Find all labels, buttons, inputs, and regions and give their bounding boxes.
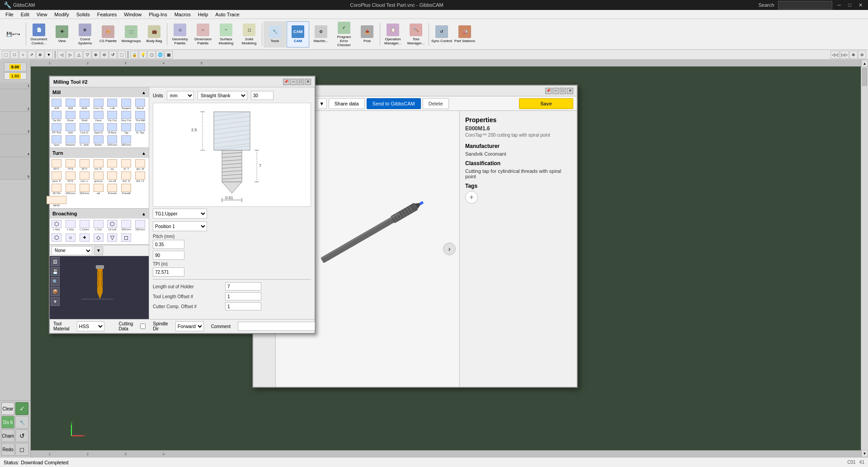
turn-pentp[interactable]: pent. P [51, 171, 62, 183]
brch-3dform[interactable]: 3DForm [134, 219, 146, 231]
turn-rectl[interactable]: rect. L [79, 171, 90, 183]
toolbar-btn-quickaccess[interactable]: 💾 ↩ ↪ [2, 21, 24, 48]
tool-spotd[interactable]: Spot D [93, 123, 104, 134]
sub-btn-19[interactable]: ▦ [165, 51, 173, 59]
tool-bEM[interactable]: bEM [79, 98, 90, 110]
toolbar-cs-palette[interactable]: 🎨 CS Palette [97, 21, 119, 48]
preview-icon-1[interactable]: 🖼 [51, 257, 60, 266]
pitch-input[interactable]: 0.35 [153, 240, 184, 249]
dropdown-arrow-btn[interactable]: ▼ [94, 246, 103, 255]
toolbar-sync[interactable]: ↺ Sync Control [430, 21, 453, 48]
tool-shell[interactable]: Shell [79, 110, 90, 122]
dialog-close-btn[interactable]: ✕ [305, 79, 311, 85]
turn-80c[interactable]: 80°C [51, 159, 62, 171]
icon-button-2[interactable]: ↺ [15, 429, 28, 442]
sub-btn-7[interactable]: ◁ [57, 51, 66, 59]
toolbar-view[interactable]: 👁 View [51, 21, 73, 48]
tool-reamer[interactable]: Reamer [65, 135, 76, 147]
tool-flycut[interactable]: Fly Cut [106, 110, 118, 122]
tool-bbore[interactable]: B Bore [106, 123, 118, 134]
shank-value-input[interactable]: 30 [251, 91, 274, 100]
search-input[interactable] [778, 1, 832, 10]
turn-cutoff[interactable]: cut off [106, 171, 118, 183]
coro-maximize-btn[interactable]: □ [560, 88, 566, 94]
sub-btn-10[interactable]: ▽ [83, 51, 91, 59]
turn-thdlt[interactable]: thd. LT [134, 171, 146, 183]
brch-circ[interactable]: ○ [65, 232, 76, 243]
toolbar-tool-manager[interactable]: 🔨 Tool Manager... [405, 21, 427, 48]
length-holder-input[interactable]: 7 [225, 282, 261, 291]
toolbar-operation-manager[interactable]: 📋 Operation Manager... [382, 21, 404, 48]
menu-help[interactable]: Help [194, 11, 212, 18]
menu-modify[interactable]: Modify [51, 11, 72, 18]
preview-icon-2[interactable]: 💾 [51, 267, 60, 276]
toolbar-workgroups[interactable]: ⬚ Workgroups [120, 21, 142, 48]
brch-lcon[interactable]: L.Con [93, 219, 104, 231]
sub-btn-5[interactable]: ⊕ [36, 51, 44, 59]
toolbar-dimension[interactable]: ↔ Dimension Palette [192, 21, 214, 48]
menu-view[interactable]: View [33, 11, 51, 18]
position-select[interactable]: Position 1 [153, 221, 207, 231]
save-button[interactable]: Save [519, 98, 573, 109]
tool-lolli[interactable]: Lolli [106, 98, 118, 110]
dialog-maximize-btn[interactable]: □ [297, 79, 304, 85]
turn-sq[interactable]: sq. [106, 159, 118, 171]
turn-util[interactable]: util [93, 183, 104, 195]
sub-btn-11[interactable]: ⊕ [92, 51, 100, 59]
menu-plugins[interactable]: Plug-Ins [145, 11, 170, 18]
tool-dove[interactable]: Dove [65, 110, 76, 122]
menu-macros[interactable]: Macros [171, 11, 194, 18]
tool-tangent[interactable]: Tangent [120, 98, 132, 110]
menu-features[interactable]: Features [94, 11, 120, 18]
brch-2dform[interactable]: 2DForm [120, 219, 132, 231]
none-dropdown[interactable]: None [52, 246, 92, 255]
cutting-data-checkbox[interactable] [140, 324, 146, 329]
scrollbar-thumb[interactable] [862, 68, 867, 86]
turn-bit[interactable]: bi. T [120, 159, 132, 171]
tool-csink[interactable]: C. Sink [79, 135, 90, 147]
toolbar-cam[interactable]: CAM CAM [287, 21, 309, 48]
coro-minimize-btn[interactable]: ─ [552, 88, 559, 94]
toolbar-surface[interactable]: ⌢ Surface Modeling [215, 21, 237, 48]
sub-btn-3[interactable]: ○ [19, 51, 27, 59]
coro-next-arrow[interactable]: › [443, 243, 456, 255]
menu-solids[interactable]: Solids [73, 11, 94, 18]
icon-button-1[interactable]: 🔧 [15, 416, 28, 429]
brch-lkey[interactable]: L.Key [65, 219, 76, 231]
sub-btn-1[interactable]: ⬚ [2, 51, 10, 59]
toolbar-coord-systems[interactable]: ⊕ Coord Systems [74, 21, 96, 48]
tool-keycut[interactable]: Key Cut [120, 110, 132, 122]
brch-diam[interactable]: ◇ [93, 232, 104, 243]
toolbar-document-control[interactable]: 📄 Document Control... [28, 21, 50, 48]
doit-button[interactable]: Do It [1, 416, 14, 429]
units-select[interactable]: mm in [167, 91, 194, 100]
sub-btn-right-2[interactable]: ▷▷ [840, 51, 849, 59]
tool-length-input[interactable]: 1 [225, 292, 261, 300]
brch-l6lob[interactable]: ⬡L6.Lob [106, 219, 118, 231]
turn-3dform[interactable]: 3DForm [79, 183, 90, 195]
sub-btn-15[interactable]: 🔒 [130, 51, 138, 59]
comment-input[interactable] [238, 322, 315, 331]
sub-btn-13[interactable]: ↺ [109, 51, 117, 59]
share-data-button[interactable]: Share data [329, 98, 365, 109]
tool-thdmill[interactable]: Thd Mill [134, 110, 146, 122]
send-gibbscam-button[interactable]: Send to GibbsCAM [367, 98, 421, 109]
sub-btn-16[interactable]: 💡 [139, 51, 147, 59]
sub-btn-right-1[interactable]: ◁◁ [830, 51, 840, 59]
scrollbar-down-btn[interactable]: ▼ [861, 450, 868, 457]
sub-btn-8[interactable]: ▷ [66, 51, 74, 59]
turn-section-header[interactable]: Turn ▲ [50, 148, 149, 158]
tool-face[interactable]: Face [93, 110, 104, 122]
tool-drill[interactable]: Drill [65, 123, 76, 134]
turn-primea[interactable]: PrimeA [106, 183, 118, 195]
toolbar-body-bag[interactable]: 💼 Body Bag [143, 21, 165, 48]
turn-primeb[interactable]: PrimeB [120, 183, 132, 195]
turn-35vn[interactable]: 35°VN [51, 183, 62, 195]
turn-groove[interactable]: groove [93, 171, 104, 183]
tool-rndvr[interactable]: Rndvr [93, 135, 104, 147]
tool-3dform[interactable]: 3DForm [120, 135, 132, 147]
tool-tap[interactable]: Tap [120, 123, 132, 134]
spindle-select[interactable]: Forward Reverse [175, 321, 204, 331]
dialog-minimize-btn[interactable]: ─ [290, 79, 297, 85]
milling-dialog-title[interactable]: Milling Tool #2 📌 ─ □ ✕ [50, 76, 315, 87]
